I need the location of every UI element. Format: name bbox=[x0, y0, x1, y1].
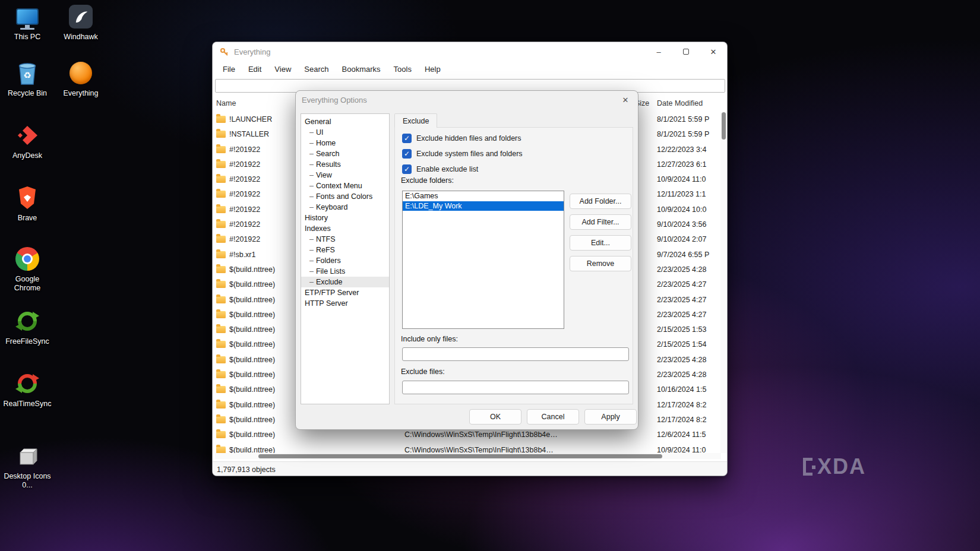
everything-options-dialog: Everything Options ✕ General UI Home Sea… bbox=[295, 90, 638, 430]
tree-item[interactable]: NTFS bbox=[301, 234, 389, 245]
dialog-close-button[interactable]: ✕ bbox=[613, 91, 638, 109]
tree-item[interactable]: UI bbox=[301, 127, 389, 138]
google-chrome-icon bbox=[14, 246, 40, 272]
anydesk-icon bbox=[14, 122, 40, 148]
tree-item[interactable]: View bbox=[301, 170, 389, 180]
folder-icon bbox=[216, 221, 226, 228]
exclude-files-input[interactable] bbox=[402, 381, 629, 394]
add-folder-button[interactable]: Add Folder... bbox=[570, 194, 631, 209]
this-pc-icon bbox=[14, 4, 40, 30]
include-only-files-input[interactable] bbox=[402, 347, 629, 361]
tree-item[interactable]: Fonts and Colors bbox=[301, 191, 389, 202]
tree-item[interactable]: ETP/FTP Server bbox=[301, 287, 389, 298]
folder-icon bbox=[216, 236, 226, 243]
checkbox-icon[interactable] bbox=[402, 149, 412, 159]
desktop-icon-freefilesync[interactable]: FreeFileSync bbox=[1, 308, 53, 346]
file-row[interactable]: $(build.nttree) C:\Windows\WinSxS\Temp\I… bbox=[213, 428, 720, 442]
desktop-icon-google-chrome[interactable]: Google Chrome bbox=[1, 246, 53, 293]
desktop-icon-windhawk[interactable]: Windhawk bbox=[55, 4, 107, 42]
tree-item[interactable]: Exclude bbox=[301, 277, 389, 287]
menu-item[interactable]: Search bbox=[298, 65, 335, 74]
checkbox-exclude-hidden[interactable]: Exclude hidden files and folders bbox=[402, 133, 521, 144]
horizontal-scrollbar[interactable] bbox=[215, 453, 721, 459]
minimize-button[interactable]: – bbox=[645, 42, 672, 61]
desktop-icon-recycle-bin[interactable]: ♻ Recycle Bin bbox=[1, 60, 53, 98]
row-name: !LAUNCHER bbox=[229, 112, 272, 127]
folder-icon bbox=[216, 296, 226, 303]
options-tree: General UI Home Search Results View Cont… bbox=[301, 113, 390, 404]
realtimesync-icon bbox=[14, 370, 40, 397]
folder-icon bbox=[216, 191, 226, 198]
tree-item[interactable]: File Lists bbox=[301, 266, 389, 277]
brave-icon bbox=[14, 185, 40, 211]
ok-button[interactable]: OK bbox=[469, 409, 521, 425]
apply-button[interactable]: Apply bbox=[584, 409, 637, 425]
remove-button[interactable]: Remove bbox=[570, 256, 631, 271]
desktop-icon-label: Everything bbox=[63, 89, 98, 98]
tree-item[interactable]: Search bbox=[301, 148, 389, 159]
desktop-icon-label: This PC bbox=[14, 33, 40, 42]
menu-item[interactable]: Tools bbox=[387, 65, 418, 74]
vertical-scrollbar-thumb[interactable] bbox=[722, 112, 726, 140]
row-date-modified: 8/1/2021 5:59 P bbox=[657, 112, 709, 127]
desktop-icon-everything[interactable]: Everything bbox=[55, 60, 107, 98]
desktop: This PC Windhawk ♻ Recycle Bin Everythin… bbox=[0, 0, 980, 551]
tree-item[interactable]: General bbox=[301, 116, 389, 127]
file-row[interactable]: $(build.nttree) C:\Windows\WinSxS\Temp\I… bbox=[213, 443, 720, 453]
tree-item[interactable]: Home bbox=[301, 138, 389, 148]
row-name: $(build.nttree) bbox=[229, 398, 275, 413]
row-name: $(build.nttree) bbox=[229, 443, 275, 453]
row-date-modified: 10/9/2024 10:0 bbox=[657, 202, 706, 217]
checkbox-icon[interactable] bbox=[402, 134, 412, 143]
menu-item[interactable]: Help bbox=[418, 65, 447, 74]
tab-exclude[interactable]: Exclude bbox=[394, 113, 437, 128]
tree-item[interactable]: Results bbox=[301, 159, 389, 170]
edit-button[interactable]: Edit... bbox=[570, 235, 631, 251]
folder-icon bbox=[216, 266, 226, 273]
close-button[interactable]: ✕ bbox=[700, 42, 727, 61]
tree-item[interactable]: History bbox=[301, 213, 389, 223]
desktop-icon-brave[interactable]: Brave bbox=[1, 185, 53, 223]
desktop-icon-anydesk[interactable]: AnyDesk bbox=[1, 122, 53, 160]
row-date-modified: 2/15/2025 1:54 bbox=[657, 337, 706, 352]
tree-item[interactable]: ReFS bbox=[301, 245, 389, 255]
column-header-date-modified[interactable]: Date Modified bbox=[657, 99, 703, 107]
tree-item[interactable]: Indexes bbox=[301, 223, 389, 234]
maximize-button[interactable] bbox=[672, 42, 700, 61]
row-date-modified: 2/23/2025 4:28 bbox=[657, 353, 706, 368]
menu-item[interactable]: View bbox=[268, 65, 298, 74]
column-header-name[interactable]: Name bbox=[216, 99, 236, 107]
horizontal-scrollbar-thumb[interactable] bbox=[258, 454, 662, 458]
desktop-icon-realtimesync[interactable]: RealTimeSync bbox=[1, 370, 53, 408]
exclude-folders-listbox[interactable]: E:\Games E:\LDE_My Work bbox=[402, 191, 564, 329]
dialog-titlebar: Everything Options bbox=[296, 91, 638, 109]
desktop-icon-this-pc[interactable]: This PC bbox=[1, 4, 53, 42]
folder-icon bbox=[216, 131, 226, 138]
exclude-folder-item[interactable]: E:\Games bbox=[403, 191, 564, 201]
tree-item[interactable]: Context Menu bbox=[301, 180, 389, 191]
xda-watermark-text: XDA bbox=[817, 456, 866, 477]
menu-item[interactable]: File bbox=[216, 65, 242, 74]
row-date-modified: 2/23/2025 4:27 bbox=[657, 293, 706, 308]
desktop-icon-desktop-icons[interactable]: Desktop Icons 0... bbox=[1, 443, 53, 490]
desktop-icon-label: Windhawk bbox=[64, 33, 98, 42]
checkbox-exclude-system[interactable]: Exclude system files and folders bbox=[402, 148, 523, 159]
desktop-icons-cube-icon bbox=[14, 443, 40, 469]
menu-item[interactable]: Edit bbox=[242, 65, 268, 74]
menu-item[interactable]: Bookmarks bbox=[336, 65, 387, 74]
tree-item[interactable]: Keyboard bbox=[301, 202, 389, 213]
tree-item[interactable]: HTTP Server bbox=[301, 298, 389, 309]
checkbox-icon[interactable] bbox=[402, 164, 412, 174]
folder-icon bbox=[216, 326, 226, 333]
recycle-bin-icon: ♻ bbox=[14, 60, 40, 86]
row-date-modified: 12/22/2023 3:4 bbox=[657, 142, 706, 157]
add-filter-button[interactable]: Add Filter... bbox=[570, 214, 631, 230]
exclude-folder-item[interactable]: E:\LDE_My Work bbox=[403, 201, 564, 211]
tree-item[interactable]: Folders bbox=[301, 255, 389, 266]
cancel-button[interactable]: Cancel bbox=[527, 409, 579, 425]
xda-watermark: XDA bbox=[803, 456, 866, 477]
checkbox-enable-exclude-list[interactable]: Enable exclude list bbox=[402, 164, 478, 175]
folder-icon bbox=[216, 431, 226, 438]
row-name: !NSTALLER bbox=[229, 127, 269, 142]
vertical-scrollbar[interactable] bbox=[720, 112, 726, 453]
